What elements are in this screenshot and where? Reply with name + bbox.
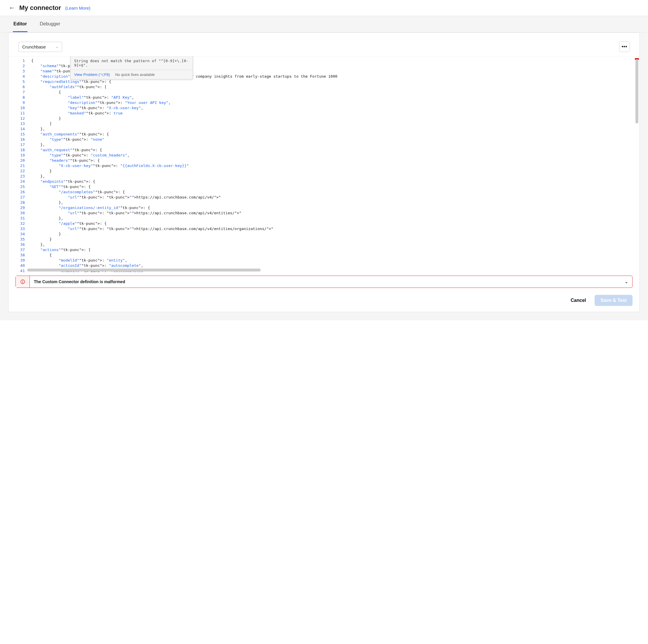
code-line[interactable]: "requiredSettings""tk-punc">: {	[31, 79, 634, 85]
code-line[interactable]: "type""tk-punc">: "none"	[31, 137, 634, 142]
code-line[interactable]: }	[31, 231, 634, 237]
code-line[interactable]: },	[31, 142, 634, 148]
code-line[interactable]: }	[31, 168, 634, 174]
code-line[interactable]: "description""tk-punc">: "Your user API …	[31, 100, 634, 105]
line-number: 12	[8, 116, 25, 121]
line-number: 3	[8, 69, 25, 74]
line-number: 20	[8, 158, 25, 163]
tab-debugger[interactable]: Debugger	[39, 16, 61, 32]
line-number: 36	[8, 242, 25, 247]
code-line[interactable]: {	[31, 90, 634, 95]
line-number: 22	[8, 168, 25, 174]
line-number: 15	[8, 132, 25, 137]
hover-message: String does not match the pattern of "^[…	[74, 59, 189, 67]
line-number: 1	[8, 58, 25, 63]
code-content[interactable]: { "schema""tk-punc">: "10", "name""tk-pu…	[27, 56, 634, 272]
problem-hover-card: Schema version The version of the schema…	[70, 56, 193, 79]
code-line[interactable]: },	[31, 126, 634, 132]
code-line[interactable]: "label""tk-punc">: "API Key",	[31, 95, 634, 100]
chevron-down-icon: ⌄	[55, 45, 58, 49]
no-quick-fix-text: No quick fixes available	[115, 72, 155, 77]
code-line[interactable]: "auth_components""tk-punc">: {	[31, 132, 634, 137]
code-line[interactable]: },	[31, 200, 634, 205]
line-number: 10	[8, 105, 25, 111]
page-title: My connector	[19, 4, 61, 12]
error-banner: The Custom Connector definition is malfo…	[15, 276, 633, 288]
code-line[interactable]: "url""tk-punc">: "tk-punc">"">https://ap…	[31, 226, 634, 231]
code-line[interactable]: }	[31, 237, 634, 242]
line-number: 8	[8, 95, 25, 100]
line-number: 14	[8, 126, 25, 132]
code-line[interactable]: "headers""tk-punc">: {	[31, 158, 634, 163]
line-number: 26	[8, 190, 25, 195]
error-banner-text: The Custom Connector definition is malfo…	[34, 279, 125, 284]
line-number: 4	[8, 74, 25, 79]
back-arrow-icon[interactable]: ←	[9, 4, 15, 12]
line-number: 33	[8, 226, 25, 231]
line-number: 7	[8, 90, 25, 95]
code-line[interactable]: "url""tk-punc">: "tk-punc">"">https://ap…	[31, 195, 634, 200]
line-number: 17	[8, 142, 25, 148]
line-number: 30	[8, 211, 25, 216]
line-number: 39	[8, 258, 25, 263]
line-number: 16	[8, 137, 25, 142]
vertical-scrollbar[interactable]	[636, 59, 638, 123]
line-number: 28	[8, 200, 25, 205]
line-number: 13	[8, 121, 25, 126]
line-number: 6	[8, 85, 25, 90]
more-button[interactable]: •••	[619, 42, 630, 52]
line-number: 2	[8, 63, 25, 69]
line-number: 18	[8, 148, 25, 153]
code-line[interactable]: "key""tk-punc">: "X-cb-user-key",	[31, 105, 634, 111]
code-line[interactable]: "auth_request""tk-punc">: {	[31, 148, 634, 153]
cancel-button[interactable]: Cancel	[566, 295, 591, 306]
code-line[interactable]: "authFields""tk-punc">: [	[31, 85, 634, 90]
code-line[interactable]: "/autocompletes""tk-punc">: {	[31, 190, 634, 195]
code-line[interactable]: "X-cb-user-key""tk-punc">: "{{authFields…	[31, 163, 634, 168]
line-number: 11	[8, 111, 25, 116]
code-line[interactable]: "/apple""tk-punc">: {	[31, 221, 634, 226]
tab-editor[interactable]: Editor	[13, 16, 28, 32]
code-line[interactable]: {	[31, 253, 634, 258]
line-number: 38	[8, 253, 25, 258]
line-number: 32	[8, 221, 25, 226]
line-number: 21	[8, 163, 25, 168]
line-number-gutter: 1234567891011121314151617181920212223242…	[8, 56, 27, 272]
tabs: Editor Debugger	[0, 16, 648, 33]
code-line[interactable]: "url""tk-punc">: "tk-punc">"">https://ap…	[31, 211, 634, 216]
code-line[interactable]: "actions""tk-punc">: [	[31, 247, 634, 253]
code-line[interactable]: "modelId""tk-punc">: "entity",	[31, 258, 634, 263]
horizontal-scrollbar[interactable]	[27, 269, 261, 271]
code-line[interactable]: "actionId""tk-punc">: "autocomplete",	[31, 263, 634, 268]
page-header: ← My connector (Learn More)	[0, 0, 648, 16]
code-line[interactable]: },	[31, 216, 634, 221]
line-number: 23	[8, 174, 25, 179]
code-line[interactable]: "/organizations/:entity_id""tk-punc">: {	[31, 205, 634, 211]
line-number: 27	[8, 195, 25, 200]
learn-more-link[interactable]: (Learn More)	[65, 6, 91, 10]
line-number: 24	[8, 179, 25, 184]
line-number: 35	[8, 237, 25, 242]
error-banner-chevron-icon[interactable]: ⌄	[625, 279, 628, 284]
panel-toolbar: Crunchbase ⌄ •••	[8, 33, 640, 56]
line-number: 29	[8, 205, 25, 211]
connector-select[interactable]: Crunchbase ⌄	[18, 42, 62, 52]
code-line[interactable]: "masked""tk-punc">: true	[31, 111, 634, 116]
line-number: 19	[8, 153, 25, 158]
code-line[interactable]: },	[31, 174, 634, 179]
code-line[interactable]: "endpoints""tk-punc">: {	[31, 179, 634, 184]
line-number: 34	[8, 231, 25, 237]
save-test-button[interactable]: Save & Test	[595, 295, 633, 306]
line-number: 41	[8, 268, 25, 272]
code-line[interactable]: }	[31, 116, 634, 121]
code-line[interactable]: ]	[31, 121, 634, 126]
alert-icon	[16, 276, 30, 287]
code-line[interactable]: "type""tk-punc">: "custom_headers",	[31, 153, 634, 158]
code-editor[interactable]: Schema version The version of the schema…	[8, 56, 640, 272]
line-number: 9	[8, 100, 25, 105]
view-problem-link[interactable]: View Problem (⌥F8)	[74, 72, 110, 77]
code-line[interactable]: },	[31, 242, 634, 247]
code-line[interactable]: "GET""tk-punc">: {	[31, 184, 634, 190]
line-number: 40	[8, 263, 25, 268]
line-number: 37	[8, 247, 25, 253]
